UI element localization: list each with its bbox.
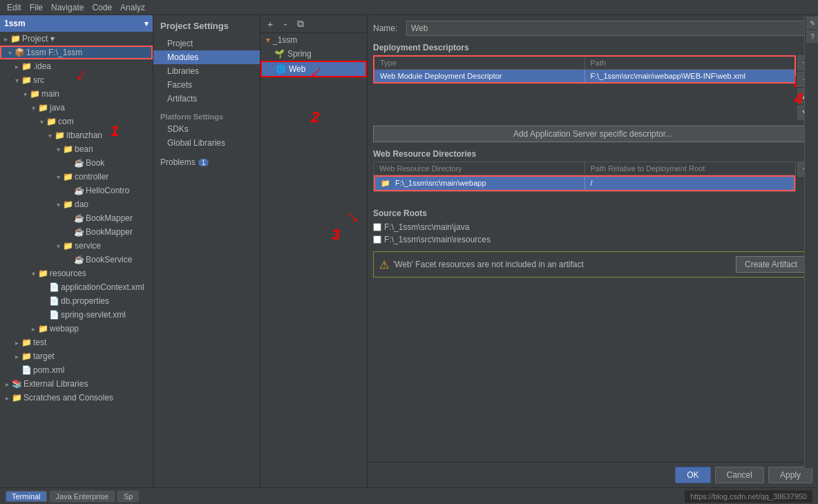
deployment-table-header: Type Path [374,57,795,70]
src-folder-icon: 📁 [21,75,32,85]
tree-label-java: java [50,103,65,113]
right-action-btn-1[interactable]: ✎ [806,17,818,29]
settings-item-project[interactable]: Project [153,37,260,50]
menu-item-code[interactable]: Code [88,3,116,12]
menu-item-analyze[interactable]: Analyz [116,3,149,12]
deployment-row[interactable]: Web Module Deployment Descriptor F:\_1ss… [374,70,795,82]
bm2-java-icon: ☕ [73,227,84,237]
spring-icon: 🌱 [274,49,285,59]
remove-module-button[interactable]: - [278,18,292,30]
settings-item-artifacts[interactable]: Artifacts [153,92,260,106]
module-item-1ssm[interactable]: ▾ _1ssm [260,33,367,47]
tree-label-dao: dao [75,200,88,209]
status-tab-terminal[interactable]: Terminal [6,491,47,502]
tree-label-springservlet: spring-servlet.xml [61,310,126,320]
menu-item-file[interactable]: File [26,3,47,12]
tree-webapp[interactable]: ▸ 📁 webapp [0,322,153,336]
status-tab-sp[interactable]: Sp [117,491,139,502]
service-folder-icon: 📁 [62,241,73,251]
tree-project[interactable]: ▸ 📁 Project ▾ [0,32,153,46]
tree-label-test: test [33,338,46,347]
status-tab-javaee[interactable]: Java Enterprise [50,491,115,502]
settings-item-libraries[interactable]: Libraries [153,64,260,78]
copy-module-button[interactable]: ⧉ [294,18,307,30]
tree-label-bm2: BookMapper [86,227,133,237]
menu-item-navigate[interactable]: Navigate [47,3,88,12]
idea-folder-icon: 📁 [21,61,32,71]
menu-item-edit[interactable]: Edit [3,3,26,12]
tree-target[interactable]: ▸ 📁 target [0,349,153,363]
menu-bar: Edit File Navigate Code Analyz [0,0,818,15]
settings-item-facets[interactable]: Facets [153,78,260,92]
test-folder-icon: 📁 [21,338,32,347]
tree-1ssm[interactable]: ▾ 📦 1ssm F:\_1ssm [0,46,153,59]
project-settings-panel: Project Settings Project Modules Librari… [153,15,260,487]
tree-scratches[interactable]: ▸ 📁 Scratches and Consoles [0,391,153,405]
tree-appcontext[interactable]: 📄 applicationContext.xml [0,280,153,294]
tree-idea[interactable]: ▸ 📁 .idea [0,59,153,73]
right-action-btn-2[interactable]: ? [806,30,818,43]
project-title: 1ssm [4,19,26,28]
tree-com[interactable]: ▾ 📁 com [0,115,153,128]
tree-pomxml[interactable]: 📄 pom.xml [0,363,153,377]
itbanzhan-folder-icon: 📁 [54,130,65,140]
tree-arrow-project: ▸ [1,35,10,43]
source-root-1-checkbox[interactable] [373,223,381,231]
source-root-2: F:\_1ssm\src\main\resources [373,233,812,246]
module-label-web: Web [289,64,305,74]
tree-extlibs[interactable]: ▸ 📚 External Libraries [0,377,153,391]
settings-item-modules[interactable]: Modules [153,50,260,64]
extlibs-icon: 📚 [11,379,22,389]
settings-problems[interactable]: Problems 1 [153,155,260,169]
tree-arrow-itbanzhan: ▾ [46,132,54,139]
tree-test[interactable]: ▸ 📁 test [0,336,153,349]
tree-label-main: main [41,89,59,99]
cell-type: Web Module Deployment Descriptor [374,70,585,82]
tree-bookmapper2[interactable]: ☕ BookMapper [0,225,153,239]
settings-item-sdks[interactable]: SDKs [153,122,260,136]
tree-src[interactable]: ▾ 📁 src [0,73,153,87]
tree-bookservice[interactable]: ☕ BookService [0,253,153,266]
tree-controller[interactable]: ▾ 📁 controller [0,170,153,184]
create-artifact-button[interactable]: Create Artifact [736,256,806,273]
tree-dbprop[interactable]: 📄 db.properties [0,294,153,308]
cell-webdir-text: F:\_1ssm\src\main\webapp [395,179,486,187]
tree-bookmapper1[interactable]: ☕ BookMapper [0,211,153,225]
web-resource-table-wrapper: Web Resource Directory Path Relative to … [373,162,796,197]
web-icon: 🌐 [276,64,286,74]
tree-arrow-1ssm: ▾ [6,49,14,57]
tree-java[interactable]: ▾ 📁 java [0,101,153,115]
col-path: Path [585,57,795,69]
tree-resources[interactable]: ▾ 📁 resources [0,266,153,280]
source-root-2-checkbox[interactable] [373,235,381,244]
ok-button[interactable]: OK [675,467,710,483]
tree-itbanzhan[interactable]: ▾ 📁 itbanzhan [0,128,153,142]
add-module-button[interactable]: + [263,18,277,30]
tree-main[interactable]: ▾ 📁 main [0,87,153,101]
module-icon-1ssm: ▾ [266,35,270,45]
tree-label-controller: controller [75,172,108,182]
tree-bean[interactable]: ▾ 📁 bean [0,142,153,156]
project-collapse-icon[interactable]: ▾ [144,19,149,28]
module-item-spring[interactable]: 🌱 Spring [260,47,367,61]
module-item-web[interactable]: 🌐 Web [260,61,367,77]
source-root-1: F:\_1ssm\src\main\java [373,221,812,233]
tree-label-target: target [33,351,55,361]
tree-service[interactable]: ▾ 📁 service [0,239,153,253]
dao-folder-icon: 📁 [62,200,73,209]
cancel-button[interactable]: Cancel [715,467,764,483]
settings-item-globallibs[interactable]: Global Libraries [153,136,260,150]
tree-springservlet[interactable]: 📄 spring-servlet.xml [0,308,153,322]
tree-dao[interactable]: ▾ 📁 dao [0,197,153,211]
tree-hellocontro[interactable]: ☕ HelloContro [0,184,153,197]
web-resource-row[interactable]: 📁 F:\_1ssm\src\main\webapp / [374,175,795,191]
apply-button[interactable]: Apply [768,467,812,483]
col-relpath: Path Relative to Deployment Root [585,162,796,175]
warning-icon: ⚠ [379,258,389,271]
modules-panel: + - ⧉ ▾ _1ssm 🌱 Spring 🌐 Web [260,15,368,487]
name-input[interactable] [406,21,807,36]
col-type: Type [374,57,585,69]
warning-box: ⚠ 'Web' Facet resources are not included… [373,251,812,278]
add-appserver-descriptor-button[interactable]: Add Application Server specific descript… [373,126,812,142]
tree-book[interactable]: ☕ Book [0,156,153,170]
